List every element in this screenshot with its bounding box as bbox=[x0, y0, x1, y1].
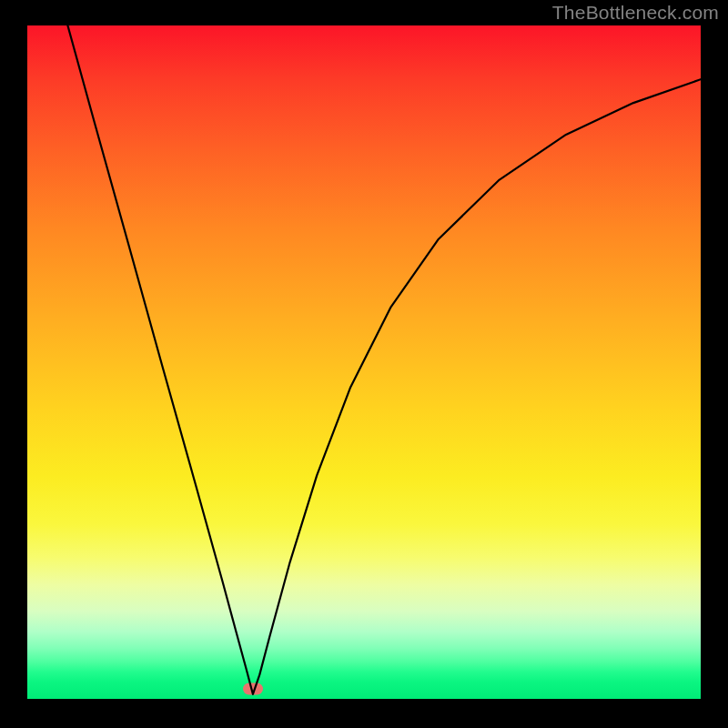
curve-svg bbox=[27, 25, 701, 699]
bottleneck-curve bbox=[67, 25, 701, 694]
watermark-text: TheBottleneck.com bbox=[552, 2, 719, 24]
plot-area bbox=[27, 25, 701, 699]
chart-frame: TheBottleneck.com bbox=[0, 0, 728, 728]
